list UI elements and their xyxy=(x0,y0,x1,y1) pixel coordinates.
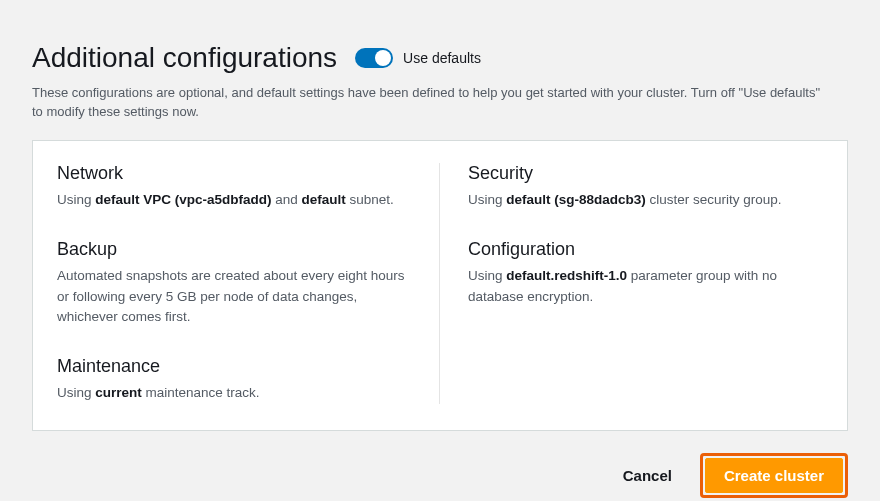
maintenance-track-value: current xyxy=(95,385,142,400)
use-defaults-label: Use defaults xyxy=(403,50,481,66)
summary-column-left: Network Using default VPC (vpc-a5dbfadd)… xyxy=(57,163,440,405)
backup-block: Backup Automated snapshots are created a… xyxy=(57,239,419,329)
use-defaults-toggle[interactable] xyxy=(355,48,393,68)
section-description: These configurations are optional, and d… xyxy=(32,84,822,122)
use-defaults-toggle-wrap: Use defaults xyxy=(355,48,481,68)
configuration-summary-card: Network Using default VPC (vpc-a5dbfadd)… xyxy=(32,140,848,432)
summary-column-right: Security Using default (sg-88dadcb3) clu… xyxy=(440,163,823,405)
maintenance-title: Maintenance xyxy=(57,356,419,377)
create-cluster-highlight: Create cluster xyxy=(700,453,848,498)
maintenance-block: Maintenance Using current maintenance tr… xyxy=(57,356,419,404)
section-title: Additional configurations xyxy=(32,42,337,74)
footer-actions: Cancel Create cluster xyxy=(32,453,848,498)
network-desc: Using default VPC (vpc-a5dbfadd) and def… xyxy=(57,190,419,211)
text: maintenance track. xyxy=(142,385,260,400)
text: and xyxy=(272,192,302,207)
configuration-title: Configuration xyxy=(468,239,823,260)
parameter-group-value: default.redshift-1.0 xyxy=(506,268,627,283)
text: Using xyxy=(468,268,506,283)
security-block: Security Using default (sg-88dadcb3) clu… xyxy=(468,163,823,211)
text: Using xyxy=(468,192,506,207)
cancel-button[interactable]: Cancel xyxy=(605,457,690,494)
security-desc: Using default (sg-88dadcb3) cluster secu… xyxy=(468,190,823,211)
security-group-value: default (sg-88dadcb3) xyxy=(506,192,646,207)
network-title: Network xyxy=(57,163,419,184)
backup-title: Backup xyxy=(57,239,419,260)
security-title: Security xyxy=(468,163,823,184)
additional-configurations-header: Additional configurations Use defaults xyxy=(32,0,848,74)
text: cluster security group. xyxy=(646,192,782,207)
default-subnet-value: default xyxy=(302,192,346,207)
create-cluster-button[interactable]: Create cluster xyxy=(705,458,843,493)
text: Using xyxy=(57,385,95,400)
text: subnet. xyxy=(346,192,394,207)
maintenance-desc: Using current maintenance track. xyxy=(57,383,419,404)
network-block: Network Using default VPC (vpc-a5dbfadd)… xyxy=(57,163,419,211)
default-vpc-value: default VPC (vpc-a5dbfadd) xyxy=(95,192,271,207)
backup-desc: Automated snapshots are created about ev… xyxy=(57,266,419,329)
configuration-block: Configuration Using default.redshift-1.0… xyxy=(468,239,823,308)
text: Using xyxy=(57,192,95,207)
configuration-desc: Using default.redshift-1.0 parameter gro… xyxy=(468,266,823,308)
